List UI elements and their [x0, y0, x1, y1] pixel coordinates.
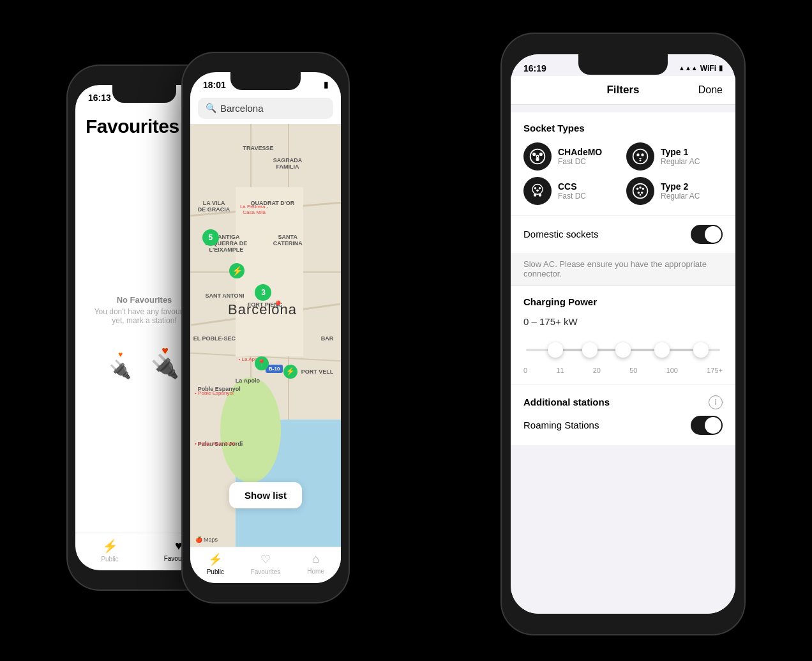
socket-ccs[interactable]: CCS Fast DC	[523, 177, 620, 205]
svg-point-0	[530, 149, 545, 163]
roaming-toggle[interactable]	[691, 416, 723, 435]
additional-title: Additional stations	[523, 397, 610, 407]
tab-public-2[interactable]: ⚡ Public	[190, 552, 241, 575]
filters-title: Filters	[606, 84, 639, 96]
signal-icon-3: ▲▲▲	[679, 65, 698, 72]
heart-dot-1: ♥	[117, 350, 124, 358]
ccs-info: CCS Fast DC	[558, 181, 586, 201]
charging-power-title: Charging Power	[523, 296, 723, 307]
fav-icon-2: ♡	[260, 552, 271, 566]
slider-thumb-4[interactable]	[654, 342, 670, 358]
public-icon-2: ⚡	[208, 552, 222, 566]
socket-type2[interactable]: Type 2 Regular AC	[626, 177, 723, 205]
socket-types-title: Socket Types	[523, 123, 723, 133]
heart-dot-2: ♥	[162, 344, 169, 352]
wifi-icon-3: WiFi	[700, 64, 716, 73]
slider-thumb-5[interactable]	[693, 342, 709, 358]
phone-notch-2	[230, 72, 301, 90]
domestic-note: Slow AC. Please ensure you have the appr…	[511, 253, 735, 285]
svg-point-6	[636, 153, 639, 156]
svg-point-5	[633, 149, 648, 163]
svg-rect-14	[534, 194, 536, 196]
slider-label-175: 175+	[707, 367, 723, 374]
barcelona-label: Barcelo📍na	[228, 301, 297, 318]
type1-type: Regular AC	[661, 157, 700, 166]
public-icon-1: ⚡	[102, 538, 118, 554]
phone-map: 18:01 ▮ 🔍 Barcelona	[183, 53, 349, 602]
search-text: Barcelona	[220, 103, 264, 114]
map-search-input[interactable]: 🔍 Barcelona	[198, 98, 333, 119]
socket-type1[interactable]: Type 1 Regular AC	[626, 142, 723, 171]
map-pin-1[interactable]: 📍	[255, 356, 269, 370]
type1-name: Type 1	[661, 147, 700, 157]
roaming-label: Roaming Stations	[523, 420, 599, 430]
domestic-toggle-row: Domestic sockets	[511, 216, 735, 253]
phone-notch-1	[112, 85, 176, 103]
svg-point-3	[536, 157, 539, 160]
charging-power-section: Charging Power 0 – 175+ kW	[511, 286, 735, 384]
map-badge-5[interactable]: 5	[202, 229, 219, 246]
map-label-sagrada: SAGRADAFAMILIA	[273, 157, 303, 170]
apple-logo: 🍎	[195, 536, 202, 543]
roaming-row: Roaming Stations	[523, 416, 723, 435]
maps-credit: 🍎 Maps	[195, 536, 218, 543]
slider-label-11: 11	[556, 367, 564, 374]
fav-icon-1: ♥	[175, 538, 183, 553]
map-pin-2[interactable]: ⚡	[283, 365, 297, 379]
additional-section: Additional stations i Roaming Stations	[511, 385, 735, 445]
tab-label-public-1: Public	[101, 556, 118, 563]
chademo-type: Fast DC	[558, 157, 602, 166]
tab-fav-2[interactable]: ♡ Favourites	[241, 552, 291, 575]
slider-thumb-3[interactable]	[615, 342, 631, 358]
type2-type: Regular AC	[661, 192, 700, 201]
slider-thumb-2[interactable]	[582, 342, 598, 358]
phone-notch-3	[578, 54, 668, 75]
chademo-name: CHAdeMO	[558, 147, 602, 157]
map-background: TRAVESSE SAGRADAFAMILIA LA VILADE GRACIA…	[190, 124, 341, 547]
filters-done-button[interactable]: Done	[698, 84, 723, 96]
svg-point-16	[633, 183, 648, 198]
map-label-bar: BAR	[321, 335, 334, 342]
map-label-poblesec: EL POBLE-SEC	[193, 335, 236, 342]
chademo-svg	[529, 148, 546, 165]
socket-chademo[interactable]: CHAdeMO Fast DC	[523, 142, 620, 171]
svg-point-17	[636, 187, 639, 190]
svg-point-9	[640, 159, 642, 161]
tab-public-1[interactable]: ⚡ Public	[75, 538, 144, 563]
slider-label-50: 50	[629, 367, 637, 374]
type2-name: Type 2	[661, 181, 700, 192]
svg-point-4	[536, 155, 539, 158]
type1-svg	[631, 148, 649, 165]
map-label-travesse: TRAVESSE	[243, 145, 274, 151]
map-label-santantoni: SANT ANTONI	[206, 293, 244, 299]
socket-grid: CHAdeMO Fast DC	[523, 142, 723, 205]
tab-label-fav-2: Favourites	[251, 568, 281, 575]
tab-label-public-2: Public	[207, 568, 224, 575]
map-area[interactable]: TRAVESSE SAGRADAFAMILIA LA VILADE GRACIA…	[190, 124, 341, 547]
ccs-icon	[523, 177, 552, 205]
map-label-lavila: LA VILADE GRACIA	[198, 200, 230, 213]
status-time-1: 16:13	[88, 93, 111, 103]
tab-label-home-2: Home	[307, 568, 324, 575]
power-range: 0 – 175+ kW	[523, 316, 723, 327]
status-icons-2: ▮	[324, 80, 328, 89]
type1-info: Type 1 Regular AC	[661, 147, 700, 166]
domestic-toggle[interactable]	[691, 225, 723, 244]
tab-home-2[interactable]: ⌂ Home	[290, 552, 341, 575]
chademo-info: CHAdeMO Fast DC	[558, 147, 602, 166]
map-label-apolo: La Apolo	[236, 377, 260, 384]
svg-point-21	[641, 191, 643, 194]
show-list-button[interactable]: Show list	[229, 482, 302, 508]
socket-types-section: Socket Types	[511, 112, 735, 215]
chademo-icon	[523, 142, 552, 171]
battery-icon-2: ▮	[324, 80, 328, 89]
info-button[interactable]: i	[709, 395, 723, 409]
charger-symbol-1: 🔌	[109, 359, 132, 380]
battery-icon-3: ▮	[719, 64, 723, 72]
ccs-svg	[529, 182, 546, 200]
slider-label-20: 20	[593, 367, 601, 374]
slider-container[interactable]	[526, 337, 720, 363]
type2-icon	[626, 177, 654, 205]
slider-thumb-1[interactable]	[548, 342, 563, 358]
svg-rect-15	[539, 194, 541, 196]
